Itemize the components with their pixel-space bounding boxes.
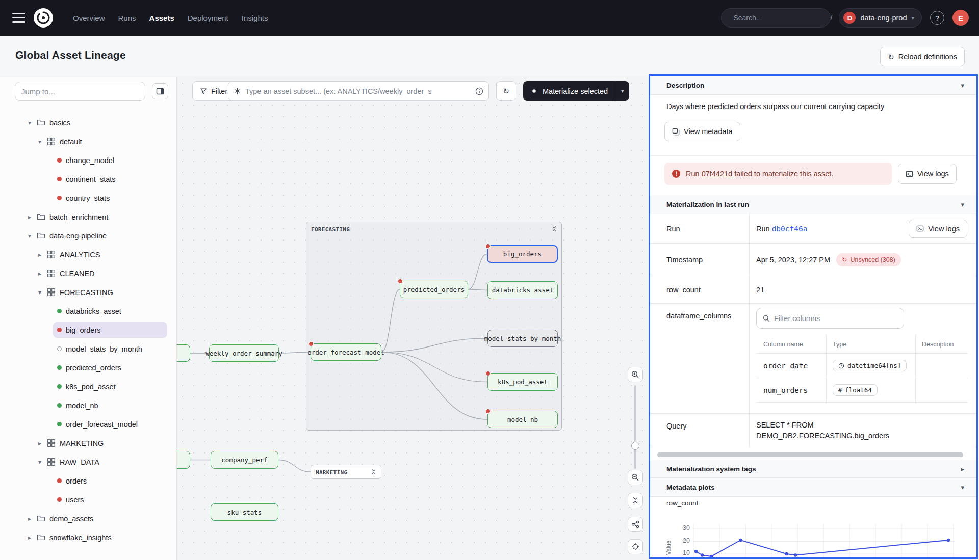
asset-node-model_nb[interactable]: model_nb: [487, 411, 558, 428]
asset-node-weekly_order_summary[interactable]: weekly_order_summary: [209, 344, 279, 362]
caret-right-icon[interactable]: ▸: [27, 214, 33, 221]
asset-description: Days where predicted orders surpass our …: [666, 102, 884, 111]
caret-right-icon[interactable]: ▸: [37, 440, 43, 447]
asset-node-stub[interactable]: [177, 451, 190, 469]
tree-item-MARKETING[interactable]: ▸MARKETING: [0, 434, 176, 452]
tree-item-big_orders[interactable]: big_orders: [0, 321, 176, 339]
caret-down-icon[interactable]: ▾: [37, 138, 43, 145]
hamburger-menu-icon[interactable]: [12, 13, 25, 23]
nav-item-deployment[interactable]: Deployment: [181, 14, 235, 22]
tree-item-order_forecast_model[interactable]: order_forecast_model: [0, 415, 176, 434]
view-metadata-button[interactable]: View metadata: [664, 122, 740, 141]
caret-right-icon[interactable]: ▸: [27, 515, 33, 522]
materialization-section-header[interactable]: Materialization in last run ▾: [650, 195, 976, 214]
global-search[interactable]: /: [721, 8, 831, 28]
materialize-dropdown-caret[interactable]: ▾: [615, 81, 629, 101]
run-id-link[interactable]: db0cf46a: [772, 225, 808, 233]
tree-item-country_stats[interactable]: country_stats: [0, 189, 176, 207]
tree-item-data-eng-pipeline[interactable]: ▾data-eng-pipeline: [0, 226, 176, 245]
reload-definitions-button[interactable]: ↻ Reload definitions: [880, 47, 965, 66]
asset-node-databricks_asset[interactable]: databricks_asset: [487, 281, 558, 299]
tree-item-label: order_forecast_model: [66, 420, 138, 429]
caret-down-icon[interactable]: ▾: [37, 459, 43, 466]
center-view-button[interactable]: [628, 539, 643, 554]
tree-item-FORECASTING[interactable]: ▾FORECASTING: [0, 283, 176, 302]
run-row: Run Run db0cf46a View logs: [650, 214, 976, 244]
metadata-plots-section-header[interactable]: Metadata plots ▾: [650, 478, 976, 497]
caret-right-icon[interactable]: ▸: [27, 534, 33, 541]
description-section-header[interactable]: Description ▾: [650, 76, 976, 95]
graph-group-marketing[interactable]: MARKETING: [311, 465, 381, 479]
collapse-groups-button[interactable]: [628, 493, 643, 508]
materialize-main[interactable]: Materialize selected: [523, 81, 615, 101]
nav-item-assets[interactable]: Assets: [143, 14, 181, 22]
alert-view-logs-button[interactable]: View logs: [898, 164, 957, 184]
zoom-out-button[interactable]: [628, 470, 643, 485]
tree-item-k8s_pod_asset[interactable]: k8s_pod_asset: [0, 377, 176, 396]
deployment-switcher[interactable]: D data-eng-prod ▾: [839, 8, 922, 28]
tree-item-users[interactable]: users: [0, 490, 176, 509]
unsynced-badge[interactable]: ↻ Unsynced (308): [836, 253, 901, 266]
materialize-selected-button[interactable]: Materialize selected ▾: [523, 81, 629, 101]
asset-node-predicted_orders[interactable]: predicted_orders: [400, 281, 468, 298]
failed-run-link[interactable]: 07f4421d: [702, 170, 732, 178]
system-tags-section-header[interactable]: Materialization system tags ▸: [650, 460, 976, 478]
caret-down-icon[interactable]: ▾: [37, 289, 43, 296]
badge-label: Unsynced (308): [851, 256, 895, 263]
column-description: [915, 378, 968, 402]
chevron-right-icon[interactable]: ▸: [961, 465, 964, 473]
tree-item-snowflake_insights[interactable]: ▸snowflake_insights: [0, 528, 176, 547]
tree-item-model_nb[interactable]: model_nb: [0, 396, 176, 415]
caret-right-icon[interactable]: ▸: [37, 251, 43, 258]
collapse-sidebar-button[interactable]: [152, 83, 168, 99]
horizontal-scrollbar[interactable]: [656, 452, 970, 457]
caret-down-icon[interactable]: ▾: [27, 232, 33, 239]
tree-item-change_model[interactable]: change_model: [0, 151, 176, 170]
zoom-slider-handle[interactable]: [631, 442, 639, 450]
asset-node-label: big_orders: [503, 250, 542, 258]
asset-node-company_perf[interactable]: company_perf: [211, 451, 278, 469]
chevron-down-icon[interactable]: ▾: [961, 484, 964, 491]
tree-item-CLEANED[interactable]: ▸CLEANED: [0, 264, 176, 283]
refresh-graph-button[interactable]: ↻: [496, 81, 516, 101]
search-input[interactable]: [733, 14, 826, 22]
failed-status-dot: [308, 341, 314, 346]
asset-node-sku_stats[interactable]: sku_stats: [211, 503, 278, 521]
tree-item-model_stats_by_month[interactable]: model_stats_by_month: [0, 339, 176, 358]
tree-item-demo_assets[interactable]: ▸demo_assets: [0, 509, 176, 528]
tree-item-continent_stats[interactable]: continent_stats: [0, 170, 176, 189]
user-avatar[interactable]: E: [952, 10, 969, 26]
tree-item-ANALYTICS[interactable]: ▸ANALYTICS: [0, 245, 176, 264]
dagster-logo[interactable]: [34, 8, 53, 28]
asset-node-stub[interactable]: [177, 344, 190, 362]
asset-node-model_stats_by_month[interactable]: model_stats_by_month: [487, 330, 558, 347]
tree-item-orders[interactable]: orders: [0, 471, 176, 490]
help-button[interactable]: ?: [930, 11, 944, 25]
tree-item-predicted_orders[interactable]: predicted_orders: [0, 358, 176, 377]
tree-item-default[interactable]: ▾default: [0, 132, 176, 151]
asset-node-order_forecast_model[interactable]: order_forecast_model: [311, 343, 381, 361]
collapse-group-icon[interactable]: [371, 468, 376, 477]
asset-node-k8s_pod_asset[interactable]: k8s_pod_asset: [487, 373, 558, 391]
caret-right-icon[interactable]: ▸: [37, 270, 43, 277]
tree-item-databricks_asset[interactable]: databricks_asset: [0, 302, 176, 321]
tree-item-basics[interactable]: ▾basics: [0, 113, 176, 132]
nav-item-runs[interactable]: Runs: [112, 14, 143, 22]
asset-node-big_orders[interactable]: big_orders: [487, 245, 558, 263]
nav-item-insights[interactable]: Insights: [235, 14, 275, 22]
scrollbar-thumb[interactable]: [657, 452, 963, 457]
nav-item-overview[interactable]: Overview: [66, 14, 112, 22]
info-icon[interactable]: [475, 87, 483, 95]
zoom-in-button[interactable]: [628, 367, 643, 382]
asset-subset-input[interactable]: [245, 87, 471, 95]
caret-down-icon[interactable]: ▾: [27, 119, 33, 126]
tree-item-RAW_DATA[interactable]: ▾RAW_DATA: [0, 452, 176, 471]
filter-columns-input[interactable]: [774, 314, 897, 323]
chevron-down-icon[interactable]: ▾: [961, 82, 964, 89]
graph-layout-button[interactable]: [628, 517, 643, 532]
tree-item-batch_enrichment[interactable]: ▸batch_enrichment: [0, 207, 176, 226]
jump-to-input[interactable]: [15, 82, 145, 101]
zoom-slider-track[interactable]: [634, 385, 636, 469]
chevron-down-icon[interactable]: ▾: [961, 201, 964, 208]
run-view-logs-button[interactable]: View logs: [909, 220, 967, 238]
